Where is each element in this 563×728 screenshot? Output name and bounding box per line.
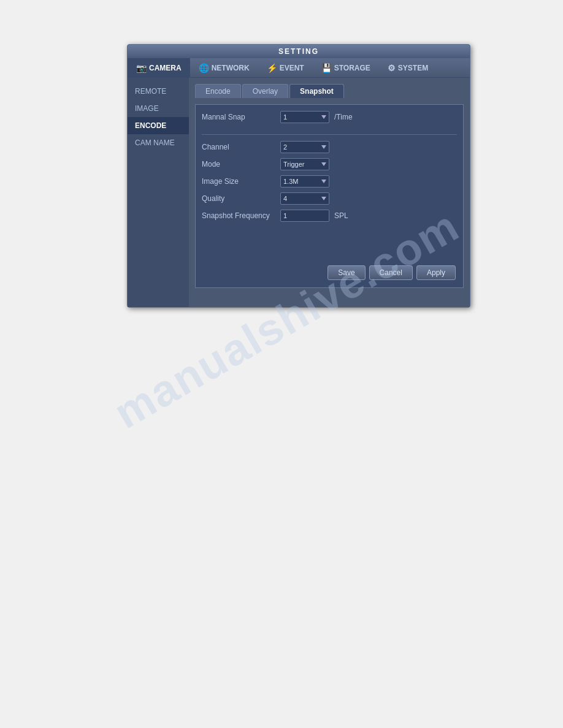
nav-event-label: EVENT [280,64,304,72]
nav-item-system[interactable]: ⚙ SYSTEM [379,58,437,77]
nav-item-storage[interactable]: 💾 STORAGE [313,58,379,77]
manual-snap-label: Mannal Snap [202,113,275,121]
setting-window: SETTING 📷 CAMERA 🌐 NETWORK ⚡ EVENT 💾 STO… [127,44,470,308]
manual-snap-select[interactable]: 1 2 3 4 5 [280,111,329,123]
main-panel: Encode Overlay Snapshot Mannal Snap 1 [189,78,470,307]
tab-snapshot[interactable]: Snapshot [289,84,344,98]
manual-snap-row: Mannal Snap 1 2 3 4 5 /Time [202,111,457,123]
sidebar-item-image[interactable]: IMAGE [128,100,189,117]
storage-icon: 💾 [321,63,332,73]
tab-overlay[interactable]: Overlay [242,84,288,98]
mode-label: Mode [202,160,275,169]
nav-camera-label: CAMERA [149,64,182,72]
sidebar-item-remote[interactable]: REMOTE [128,83,189,100]
nav-item-camera[interactable]: 📷 CAMERA [128,58,190,77]
network-icon: 🌐 [199,63,209,73]
channel-select[interactable]: 1 2 3 4 [280,141,329,153]
image-size-label: Image Size [202,177,275,186]
tabs-row: Encode Overlay Snapshot [195,84,464,98]
event-icon: ⚡ [267,63,277,73]
snapshot-freq-row: Snapshot Frequency SPL [202,210,457,222]
cancel-button[interactable]: Cancel [369,265,413,280]
manual-snap-section: Mannal Snap 1 2 3 4 5 /Time [202,111,457,135]
nav-storage-label: STORAGE [334,64,370,72]
tab-content: Mannal Snap 1 2 3 4 5 /Time Channel [195,104,464,288]
window-title: SETTING [278,47,319,56]
nav-network-label: NETWORK [212,64,250,72]
tab-encode[interactable]: Encode [195,84,241,98]
sidebar-item-cam-name[interactable]: CAM NAME [128,134,189,151]
sidebar-item-encode[interactable]: ENCODE [128,117,189,134]
snapshot-freq-label: Snapshot Frequency [202,211,275,220]
quality-row: Quality 1 2 3 4 5 6 [202,192,457,205]
nav-system-label: SYSTEM [398,64,428,72]
channel-label: Channel [202,143,275,151]
apply-button[interactable]: Apply [416,265,456,280]
system-icon: ⚙ [388,63,396,73]
manual-snap-suffix: /Time [334,113,353,121]
snapshot-freq-suffix: SPL [334,211,348,220]
button-row: Save Cancel Apply [327,265,456,280]
sidebar: REMOTE IMAGE ENCODE CAM NAME [128,78,189,307]
image-size-select[interactable]: 1.3M 2M 4M 5M [280,175,329,188]
camera-icon: 📷 [136,63,147,73]
mode-row: Mode Trigger Timing [202,158,457,170]
nav-item-event[interactable]: ⚡ EVENT [258,58,313,77]
nav-bar: 📷 CAMERA 🌐 NETWORK ⚡ EVENT 💾 STORAGE ⚙ S… [128,58,470,78]
channel-row: Channel 1 2 3 4 [202,141,457,153]
mode-select[interactable]: Trigger Timing [280,158,329,170]
nav-item-network[interactable]: 🌐 NETWORK [190,58,258,77]
save-button[interactable]: Save [327,265,365,280]
quality-select[interactable]: 1 2 3 4 5 6 [280,192,329,205]
title-bar: SETTING [128,45,470,58]
content-area: REMOTE IMAGE ENCODE CAM NAME Encode Over… [128,78,470,307]
quality-label: Quality [202,194,275,203]
image-size-row: Image Size 1.3M 2M 4M 5M [202,175,457,188]
snapshot-freq-input[interactable] [280,210,329,222]
